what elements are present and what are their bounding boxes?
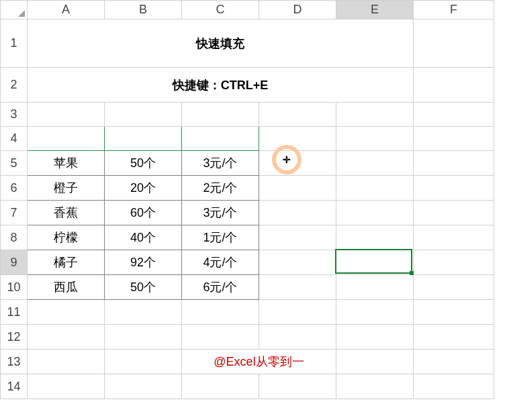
- cell[interactable]: [414, 250, 494, 275]
- data-cell[interactable]: 西瓜: [28, 275, 105, 300]
- title-cell[interactable]: 快速填充: [28, 19, 414, 68]
- cell[interactable]: [414, 68, 494, 103]
- col-header-D[interactable]: D: [259, 1, 336, 19]
- data-cell[interactable]: 3元/个: [182, 151, 259, 176]
- cell[interactable]: [105, 103, 182, 127]
- row-header-12[interactable]: 12: [1, 325, 28, 350]
- cell[interactable]: [414, 325, 494, 350]
- cell[interactable]: [105, 350, 182, 374]
- cell[interactable]: [259, 300, 336, 325]
- table-head-1[interactable]: 数量: [105, 127, 182, 151]
- col-header-B[interactable]: B: [105, 1, 182, 19]
- cell[interactable]: [414, 374, 494, 399]
- data-cell[interactable]: 50个: [105, 275, 182, 300]
- cell[interactable]: [414, 19, 494, 68]
- cell[interactable]: [336, 325, 414, 350]
- table-head-2[interactable]: 单价: [182, 127, 259, 151]
- row-header-11[interactable]: 11: [1, 300, 28, 325]
- cell[interactable]: [259, 201, 336, 225]
- cell[interactable]: [259, 250, 336, 275]
- row-header-6[interactable]: 6: [1, 176, 28, 201]
- data-cell[interactable]: 柠檬: [28, 225, 105, 250]
- cell[interactable]: [182, 325, 259, 350]
- data-cell[interactable]: 橘子: [28, 250, 105, 275]
- data-cell[interactable]: 20个: [105, 176, 182, 201]
- subtitle-cell[interactable]: 快捷键：CTRL+E: [28, 68, 414, 103]
- data-cell[interactable]: 50个: [105, 151, 182, 176]
- row-header-7[interactable]: 7: [1, 201, 28, 225]
- cell[interactable]: [414, 225, 494, 250]
- cell[interactable]: [414, 350, 494, 374]
- data-cell[interactable]: 40个: [105, 225, 182, 250]
- data-cell[interactable]: 92个: [105, 250, 182, 275]
- cell[interactable]: [259, 225, 336, 250]
- cell[interactable]: [28, 300, 105, 325]
- cell[interactable]: [336, 350, 414, 374]
- select-all-corner[interactable]: [1, 1, 28, 19]
- cell[interactable]: [414, 275, 494, 300]
- cell[interactable]: [336, 300, 414, 325]
- cell[interactable]: [336, 103, 414, 127]
- cell[interactable]: [336, 176, 414, 201]
- cell[interactable]: [28, 325, 105, 350]
- cell[interactable]: [336, 275, 414, 300]
- data-cell[interactable]: 苹果: [28, 151, 105, 176]
- col-header-E[interactable]: E: [336, 1, 414, 19]
- row-header-8[interactable]: 8: [1, 225, 28, 250]
- data-cell[interactable]: 2元/个: [182, 176, 259, 201]
- cell[interactable]: [259, 374, 336, 399]
- row-header-14[interactable]: 14: [1, 374, 28, 399]
- cell[interactable]: [414, 151, 494, 176]
- data-cell[interactable]: 60个: [105, 201, 182, 225]
- cell[interactable]: [414, 103, 494, 127]
- cell[interactable]: [336, 151, 414, 176]
- row-header-10[interactable]: 10: [1, 275, 28, 300]
- data-cell[interactable]: 香蕉: [28, 201, 105, 225]
- row-header-4[interactable]: 4: [1, 127, 28, 151]
- cell[interactable]: [414, 300, 494, 325]
- row-header-9[interactable]: 9: [1, 250, 28, 275]
- row-header-2[interactable]: 2: [1, 68, 28, 103]
- data-cell[interactable]: 4元/个: [182, 250, 259, 275]
- table-head-0[interactable]: 水果: [28, 127, 105, 151]
- cell[interactable]: [259, 127, 336, 151]
- cell[interactable]: [336, 201, 414, 225]
- cell[interactable]: [182, 103, 259, 127]
- row-header-1[interactable]: 1: [1, 19, 28, 68]
- cell[interactable]: [414, 201, 494, 225]
- cell[interactable]: [182, 374, 259, 399]
- col-header-C[interactable]: C: [182, 1, 259, 19]
- cell[interactable]: [28, 350, 105, 374]
- col-header-F[interactable]: F: [414, 1, 494, 19]
- row-header-5[interactable]: 5: [1, 151, 28, 176]
- cell[interactable]: [259, 151, 336, 176]
- cell[interactable]: [414, 176, 494, 201]
- cell[interactable]: [259, 275, 336, 300]
- cell[interactable]: [28, 374, 105, 399]
- cell[interactable]: [259, 103, 336, 127]
- row-header-13[interactable]: 13: [1, 350, 28, 374]
- col-header-A[interactable]: A: [28, 1, 105, 19]
- row-header-3[interactable]: 3: [1, 103, 28, 127]
- cell[interactable]: [105, 300, 182, 325]
- cell[interactable]: [28, 103, 105, 127]
- credit-text: @Excel从零到一: [182, 350, 336, 374]
- cell[interactable]: [336, 374, 414, 399]
- cell[interactable]: [105, 325, 182, 350]
- cell[interactable]: [259, 325, 336, 350]
- spreadsheet-grid[interactable]: ABCDEF1快速填充2快捷键：CTRL+E34水果数量单价5苹果50个3元/个…: [0, 0, 494, 399]
- data-cell[interactable]: 1元/个: [182, 225, 259, 250]
- cell[interactable]: [105, 374, 182, 399]
- cell[interactable]: [414, 127, 494, 151]
- data-cell[interactable]: 3元/个: [182, 201, 259, 225]
- cell[interactable]: [336, 250, 414, 275]
- cell[interactable]: [336, 127, 414, 151]
- data-cell[interactable]: 橙子: [28, 176, 105, 201]
- cell[interactable]: [336, 225, 414, 250]
- data-cell[interactable]: 6元/个: [182, 275, 259, 300]
- cell[interactable]: [182, 300, 259, 325]
- cell[interactable]: [259, 176, 336, 201]
